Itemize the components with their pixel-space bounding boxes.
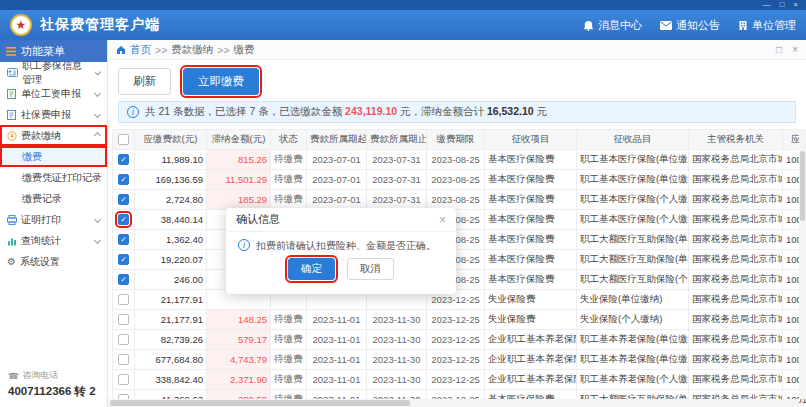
cell-authority: 国家税务总局北京市城义区... (689, 250, 783, 270)
dialog-close-icon[interactable]: × (439, 213, 446, 227)
cell-authority: 国家税务总局北京市城义区... (689, 150, 783, 170)
message-center-button[interactable]: 消息中心 (583, 18, 642, 33)
sidebar-item-label: 职工参保信息管理 (22, 59, 92, 87)
info-icon: i (127, 106, 139, 118)
sidebar-item-certificate-print[interactable]: 证明打印 (0, 209, 107, 230)
pay-now-button[interactable]: 立即缴费 (183, 68, 259, 95)
cell-authority: 国家税务总局北京市城义区... (689, 370, 783, 390)
cell-period-end: 2023-11-30 (367, 350, 427, 370)
breadcrumb-level1[interactable]: 费款缴纳 (171, 43, 213, 57)
cell-authority: 国家税务总局北京市城义区... (689, 310, 783, 330)
sidebar-item-fee-declare[interactable]: 社保费申报 (0, 104, 107, 125)
chevron-down-icon (94, 237, 101, 244)
horizontal-scrollbar[interactable] (108, 399, 799, 407)
window-close-button[interactable]: × (793, 1, 798, 9)
cell-project: 失业保险费 (485, 310, 577, 330)
row-checkbox[interactable] (118, 334, 129, 345)
confirm-button[interactable]: 确定 (288, 258, 335, 280)
pencil-doc-icon (7, 89, 17, 99)
sidebar-item-fee-payment[interactable]: 费款缴纳 (0, 125, 107, 146)
payment-table: 应缴费款(元) 滞纳金额(元) 状态 费款所属期起 费款所属期止 缴费期限 征收… (112, 129, 806, 407)
sidebar-item-query-stats[interactable]: 查询统计 (0, 230, 107, 251)
notice-button[interactable]: 通知公告 (660, 18, 720, 33)
horizontal-scrollbar-thumb[interactable] (110, 400, 410, 406)
cell-project: 基本医疗保险费 (485, 230, 577, 250)
panel-close-icon[interactable]: × (792, 44, 798, 55)
row-checkbox[interactable] (118, 194, 129, 205)
col-header-project: 征收项目 (485, 130, 577, 150)
row-checkbox[interactable] (118, 294, 129, 305)
table-row[interactable]: 38,440.14 2023-08-25 基本医疗保险费 职工基本医疗保险(个人… (113, 210, 806, 230)
table-header-row: 应缴费款(元) 滞纳金额(元) 状态 费款所属期起 费款所属期止 缴费期限 征收… (113, 130, 806, 150)
table-row[interactable]: 677,684.80 4,743.79 待缴费 2023-11-01 2023-… (113, 350, 806, 370)
cell-due: 246.00 (135, 270, 207, 290)
late-fee-total: 16,532.10 (487, 105, 534, 117)
panel-maximize-icon[interactable]: □ (776, 44, 782, 55)
table-row[interactable]: 246.00 2023-08-25 基本医疗保险费 职工大额医疗互助保险(个人.… (113, 270, 806, 290)
row-checkbox[interactable] (118, 214, 129, 225)
sidebar-subitem-payment-records[interactable]: 缴费记录 (0, 188, 107, 209)
sidebar-item-label: 系统设置 (20, 255, 60, 269)
toolbar: 刷新 立即缴费 (108, 60, 806, 101)
vertical-scrollbar-thumb[interactable] (800, 151, 805, 221)
cell-deadline: 2023-08-25 (427, 150, 485, 170)
cell-project: 失业保险费 (485, 290, 577, 310)
refresh-button[interactable]: 刷新 (118, 68, 171, 95)
breadcrumb-level2[interactable]: 缴费 (234, 43, 255, 57)
table-row[interactable]: 21,177.91 148.25 待缴费 2023-11-01 2023-11-… (113, 310, 806, 330)
table-row[interactable]: 19,220.07 2023-08-25 基本医疗保险费 职工大额医疗互助保险(… (113, 250, 806, 270)
cell-authority: 国家税务总局北京市城义区... (689, 170, 783, 190)
cell-status: 待缴费 (271, 350, 307, 370)
table-row[interactable]: 11,989.10 815.26 待缴费 2023-07-01 2023-07-… (113, 150, 806, 170)
table-row[interactable]: 82,739.26 579.17 待缴费 2023-11-01 2023-11-… (113, 330, 806, 350)
sidebar-subitem-payment-voucher-print[interactable]: 缴费凭证打印记录 (0, 167, 107, 188)
app-header: ★ 社保费管理客户端 消息中心 通知公告 单位管理 (0, 10, 806, 40)
table-row[interactable]: 169,136.59 11,501.29 待缴费 2023-07-01 2023… (113, 170, 806, 190)
table-row[interactable]: 338,842.40 2,371.90 待缴费 2023-11-01 2023-… (113, 370, 806, 390)
sidebar-item-employee-info[interactable]: 职工参保信息管理 (0, 62, 107, 83)
cancel-button[interactable]: 取消 (347, 258, 394, 280)
row-checkbox[interactable] (118, 374, 129, 385)
table-row[interactable]: 2,724.80 185.29 待缴费 2023-07-01 2023-07-3… (113, 190, 806, 210)
select-all-checkbox[interactable] (118, 134, 129, 145)
bar-chart-icon (7, 236, 17, 246)
cell-period-start: 2023-07-01 (307, 190, 367, 210)
cell-late-fee: 4,743.79 (207, 350, 271, 370)
row-checkbox[interactable] (118, 254, 129, 265)
confirm-dialog: 确认信息 × i 扣费前请确认扣费险种、金额是否正确。 确定 取消 (226, 208, 456, 294)
row-checkbox[interactable] (118, 234, 129, 245)
cell-status: 待缴费 (271, 190, 307, 210)
cell-status: 待缴费 (271, 150, 307, 170)
sidebar-subitem-pay[interactable]: 缴费 (0, 146, 107, 167)
cell-status: 待缴费 (271, 170, 307, 190)
table-row[interactable]: 21,177.91 2023-12-25 失业保险费 失业保险(单位缴纳) 国家… (113, 290, 806, 310)
unit-management-label: 单位管理 (752, 18, 796, 33)
hotline-label: 咨询电话 (22, 369, 58, 382)
printer-icon (7, 215, 17, 225)
window-minimize-button[interactable]: — (762, 1, 770, 9)
coin-icon (7, 131, 17, 141)
row-checkbox[interactable] (118, 354, 129, 365)
vertical-scrollbar[interactable] (799, 129, 806, 399)
col-header-period-end: 费款所属期止 (367, 130, 427, 150)
row-checkbox[interactable] (118, 154, 129, 165)
cell-item: 职工基本医疗保险(单位缴纳) (577, 170, 689, 190)
sidebar-item-label: 证明打印 (21, 213, 61, 227)
cell-item: 失业保险(个人缴纳) (577, 310, 689, 330)
unit-management-button[interactable]: 单位管理 (738, 18, 796, 33)
table-row[interactable]: 1,362.40 2023-08-25 基本医疗保险费 职工大额医疗互助保险(单… (113, 230, 806, 250)
cell-item: 职工大额医疗互助保险(个人... (577, 270, 689, 290)
breadcrumb-home[interactable]: 首页 (130, 43, 151, 57)
cell-project: 基本医疗保险费 (485, 270, 577, 290)
cell-item: 职工大额医疗互助保险(单位... (577, 250, 689, 270)
sidebar-item-system-settings[interactable]: ⚙ 系统设置 (0, 251, 107, 272)
window-maximize-button[interactable]: □ (779, 1, 784, 9)
row-checkbox[interactable] (118, 274, 129, 285)
row-checkbox[interactable] (118, 174, 129, 185)
cell-project: 基本医疗保险费 (485, 210, 577, 230)
cell-project: 基本医疗保险费 (485, 150, 577, 170)
document-icon (7, 110, 17, 120)
cell-late-fee: 2,371.90 (207, 370, 271, 390)
row-checkbox[interactable] (118, 314, 129, 325)
phone-icon: ☎ (8, 371, 19, 381)
